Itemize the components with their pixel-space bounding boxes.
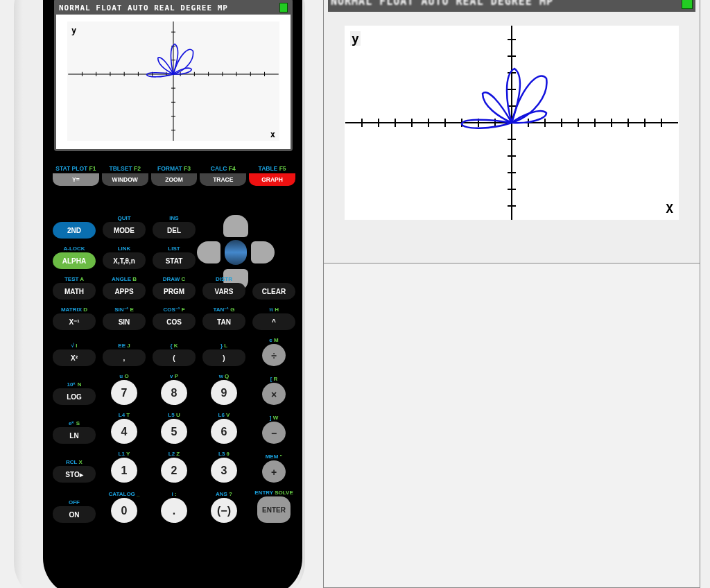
key-2nd-button[interactable]: 2ND [53,222,96,240]
key-sin-button[interactable]: SIN [103,313,146,331]
fn-window-button[interactable]: WINDOW [102,173,148,186]
key-top-label: EE J [103,343,146,349]
key-top-label: i : [153,491,196,498]
key-top-label: MATRIX D [53,306,96,313]
key-top-label: eˣ S [53,420,96,427]
key-top-label: e M [252,337,295,344]
status-bar-large: NORMAL FLOAT AUTO REAL DEGREE MP [328,0,695,12]
key-clear-button[interactable]: CLEAR [252,283,295,301]
key-top-label: L3 θ [202,451,245,458]
key-del-button[interactable]: DEL [153,222,196,240]
key-x--button[interactable]: X⁻¹ [53,313,96,331]
key-2-button[interactable]: 2 [161,458,187,484]
y-axis-label: y [350,31,361,46]
key-top-label: TAN⁻¹ G [202,306,245,313]
key-top-label: v P [153,373,196,380]
key-top-label: ANGLE B [103,276,146,283]
key-top-label [53,215,96,222]
key-top-label: L5 U [153,412,196,419]
key---button[interactable]: − [262,422,286,445]
key-tan-button[interactable]: TAN [202,313,245,331]
key-prgm-button[interactable]: PRGM [153,283,196,301]
graph-plot-icon [67,21,279,141]
key-4-button[interactable]: 4 [111,419,137,445]
key-1-button[interactable]: 1 [111,458,137,484]
key---button[interactable]: ) [202,349,245,368]
key-top-label: L2 Z [153,451,196,458]
key-top-label: LINK [103,245,146,252]
key---button[interactable]: . [161,498,187,524]
calculator-screen: NORMAL FLOAT AUTO REAL DEGREE MP y x [54,0,293,151]
key---button[interactable]: + [262,460,286,484]
key-top-label [252,276,295,283]
key-on-button[interactable]: ON [53,506,96,524]
key-mode-button[interactable]: MODE [103,222,146,240]
key-top-label: u O [103,373,146,380]
key-sto--button[interactable]: STO▸ [53,466,96,484]
key-6-button[interactable]: 6 [211,419,237,445]
fn-zoom-button[interactable]: ZOOM [151,173,198,186]
key-vars-button[interactable]: VARS [202,283,245,301]
key---button[interactable]: , [103,349,146,368]
key-top-label: √ I [53,343,96,349]
key-9-button[interactable]: 9 [211,380,237,406]
key-top-label: OFF [53,499,96,506]
battery-icon [682,0,693,9]
x-axis-label: x [270,130,275,139]
x-axis-label: X [666,201,673,216]
key-top-label: 10ˣ N [53,381,96,388]
fn-top-label: STAT PLOT F1 [53,165,99,172]
key-alpha-button[interactable]: ALPHA [53,252,96,270]
key-top-label: LIST [153,245,196,252]
key-top-label: DRAW C [153,276,196,283]
y-axis-label: y [71,26,76,35]
key-top-label: MEM " [252,453,295,460]
key-top-label: TEST A [53,276,96,283]
key-top-label: ANS ? [202,491,245,498]
key-stat-button[interactable]: STAT [153,252,196,270]
fn-top-label: FORMAT F3 [151,165,198,172]
fn-y=-button[interactable]: Y= [53,173,99,186]
status-bar: NORMAL FLOAT AUTO REAL DEGREE MP [56,1,291,15]
key-top-label: COS⁻¹ F [153,306,196,313]
key-ln-button[interactable]: LN [53,427,96,445]
fn-top-label: CALC F4 [200,165,246,172]
key-top-label: QUIT [103,215,146,222]
key-top-label: L6 V [202,412,245,419]
key---button[interactable]: ÷ [262,344,286,368]
key-top-label: } L [202,343,245,349]
key---button[interactable]: × [262,383,286,406]
fn-graph-button[interactable]: GRAPH [249,173,295,186]
key-5-button[interactable]: 5 [161,419,187,445]
key-7-button[interactable]: 7 [111,380,137,406]
key-8-button[interactable]: 8 [161,380,187,406]
key-top-label: INS [153,215,196,222]
key-0-button[interactable]: 0 [111,498,137,524]
key-top-label: { K [153,343,196,349]
key---button[interactable]: ( [153,349,196,368]
key-x-t-n-button[interactable]: X,T,θ,n [103,252,146,270]
graph-small: y x [67,21,279,141]
key-cos-button[interactable]: COS [153,313,196,331]
key-enter-button[interactable]: ENTER [257,496,291,524]
key-top-label: CATALOG _ [103,491,146,498]
key-3-button[interactable]: 3 [211,458,237,484]
function-key-row: STAT PLOT F1 Y=TBLSET F2 WINDOWFORMAT F3… [53,165,295,186]
key---button[interactable]: ^ [252,313,295,331]
key-top-label: ] W [252,415,295,422]
key-top-label: w Q [202,373,245,380]
fn-trace-button[interactable]: TRACE [200,173,246,186]
key-top-label: SIN⁻¹ E [103,306,146,313]
key-x--button[interactable]: X² [53,349,96,368]
graph-plot-icon [345,26,679,220]
key---button[interactable]: (−) [211,498,237,524]
graph-large: y X [345,26,679,220]
key-log-button[interactable]: LOG [53,388,96,406]
key-top-label: [ R [252,376,295,383]
keypad: 2NDQUIT MODEINS DELA-LOCK ALPHALINK X,T,… [53,215,295,530]
key-apps-button[interactable]: APPS [103,283,146,301]
fn-top-label: TBLSET F2 [102,165,148,172]
key-math-button[interactable]: MATH [53,283,96,301]
key-top-label: A-LOCK [53,245,96,252]
enlarged-screen-panel: NORMAL FLOAT AUTO REAL DEGREE MP y X [323,0,700,263]
